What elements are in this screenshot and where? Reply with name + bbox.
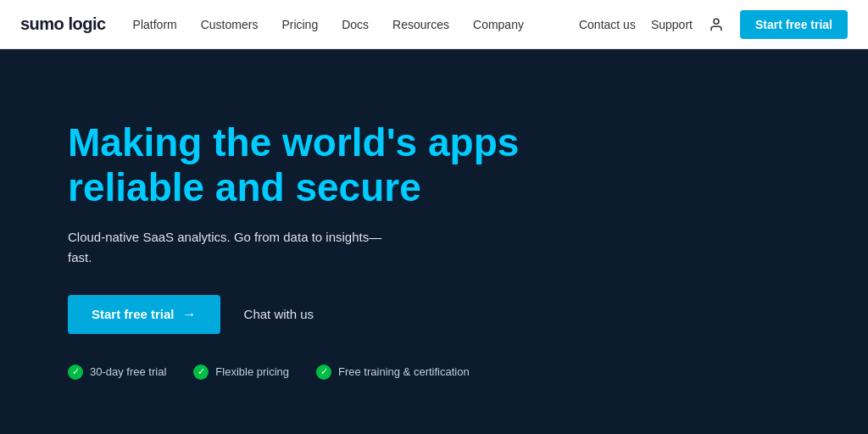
nav-item-platform[interactable]: Platform	[133, 18, 177, 31]
nav-item-customers[interactable]: Customers	[201, 18, 259, 31]
navbar-cta-button[interactable]: Start free trial	[740, 10, 848, 39]
hero-subtitle: Cloud-native SaaS analytics. Go from dat…	[68, 227, 390, 268]
hero-cta-button[interactable]: Start free trial →	[68, 295, 220, 334]
badge-training-label: Free training & certification	[338, 365, 470, 378]
check-icon-pricing: ✓	[193, 364, 209, 380]
contact-us-link[interactable]: Contact us	[579, 18, 636, 31]
hero-cta-label: Start free trial	[92, 307, 175, 321]
logo: sumo logic	[20, 14, 106, 34]
check-icon-trial: ✓	[68, 364, 83, 380]
nav-item-pricing[interactable]: Pricing	[281, 18, 318, 31]
nav-item-company[interactable]: Company	[473, 18, 524, 31]
badge-trial: ✓ 30-day free trial	[68, 364, 166, 380]
badge-trial-label: 30-day free trial	[90, 365, 166, 378]
hero-section: Making the world's apps reliable and sec…	[0, 49, 868, 434]
arrow-icon: →	[183, 307, 197, 322]
hero-title: Making the world's apps reliable and sec…	[68, 120, 542, 210]
nav-right: Contact us Support Start free trial	[579, 10, 848, 39]
chat-link[interactable]: Chat with us	[244, 307, 314, 321]
nav-item-resources[interactable]: Resources	[392, 18, 449, 31]
nav-links: Platform Customers Pricing Docs Resource…	[133, 18, 579, 31]
svg-point-0	[714, 19, 719, 24]
hero-buttons: Start free trial → Chat with us	[68, 295, 314, 334]
badge-pricing: ✓ Flexible pricing	[193, 364, 289, 380]
check-icon-training: ✓	[316, 364, 331, 380]
hero-badges: ✓ 30-day free trial ✓ Flexible pricing ✓…	[68, 364, 470, 380]
user-icon[interactable]	[708, 16, 725, 33]
badge-training: ✓ Free training & certification	[316, 364, 470, 380]
nav-item-docs[interactable]: Docs	[342, 18, 369, 31]
badge-pricing-label: Flexible pricing	[215, 365, 289, 378]
support-link[interactable]: Support	[651, 18, 693, 31]
navbar: sumo logic Platform Customers Pricing Do…	[0, 0, 868, 49]
